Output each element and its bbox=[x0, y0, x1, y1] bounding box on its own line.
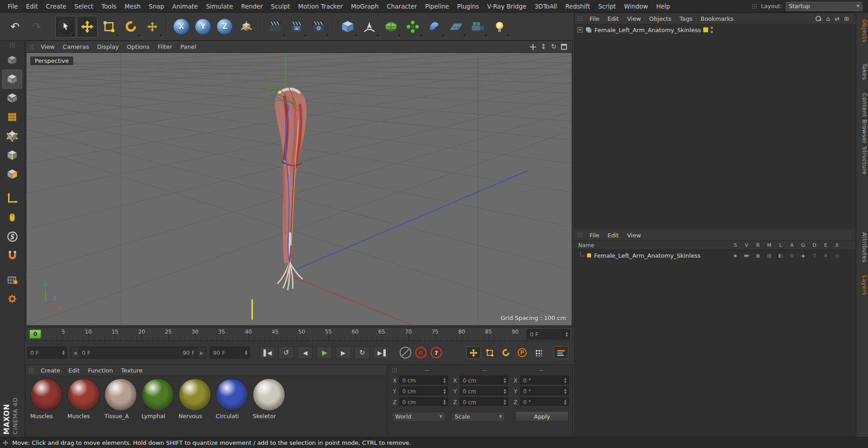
add-view-icon[interactable]: ⊞ bbox=[844, 15, 849, 22]
material-thumbnail[interactable] bbox=[31, 379, 62, 410]
edges-mode-button[interactable] bbox=[2, 146, 22, 165]
magnet-button[interactable] bbox=[2, 246, 22, 265]
autokey-button[interactable] bbox=[415, 347, 427, 358]
menu-item[interactable]: Render bbox=[237, 0, 267, 13]
object-row[interactable]: + Female_Left_Arm_Anatomy_Skinless bbox=[575, 24, 855, 35]
material-thumbnail[interactable] bbox=[142, 379, 174, 410]
deformers-toggle-icon[interactable]: ▽ bbox=[809, 253, 820, 258]
viewport-rotate-icon[interactable]: ↻ bbox=[551, 43, 557, 50]
coordinate-space-select[interactable]: World▼ bbox=[392, 412, 445, 422]
material-menu-item[interactable]: Edit bbox=[64, 365, 84, 376]
menu-item[interactable]: Create bbox=[42, 0, 71, 13]
material-thumbnail[interactable] bbox=[179, 379, 211, 410]
xref-toggle-icon[interactable]: ◇ bbox=[831, 253, 843, 258]
stepper[interactable]: ▲▼ bbox=[563, 330, 570, 339]
stepper[interactable]: ▲▼ bbox=[501, 387, 508, 396]
path-navigation-icon[interactable]: ⇄ bbox=[835, 15, 840, 22]
menu-item[interactable]: Snap bbox=[145, 0, 168, 13]
enable-snap-button[interactable] bbox=[2, 227, 22, 246]
material-item[interactable]: Circulati bbox=[215, 379, 249, 420]
points-mode-button[interactable] bbox=[2, 127, 22, 146]
menu-item[interactable]: Character bbox=[383, 0, 421, 13]
stepper[interactable]: ▲▼ bbox=[501, 376, 508, 385]
toolbar-grip[interactable] bbox=[752, 4, 757, 9]
object-manager-grip[interactable] bbox=[577, 16, 583, 21]
object-manager-menu-item[interactable]: Objects bbox=[645, 13, 675, 24]
menu-item[interactable]: Animate bbox=[168, 0, 202, 13]
menu-item[interactable]: Plugins bbox=[453, 0, 483, 13]
material-thumbnail[interactable] bbox=[105, 379, 137, 410]
tab-layers[interactable]: Layers bbox=[857, 275, 868, 295]
viewport-menu-item[interactable]: Filter bbox=[154, 41, 176, 53]
material-item[interactable]: Lymphal bbox=[141, 379, 175, 420]
next-frame-button[interactable]: ▶ bbox=[335, 346, 351, 359]
rotation-x-field[interactable]: 0 °▲▼ bbox=[520, 376, 569, 385]
scale-tool-button[interactable] bbox=[99, 16, 119, 38]
last-tool-button[interactable] bbox=[142, 16, 163, 38]
solo-toggle-icon[interactable]: ● bbox=[730, 254, 741, 258]
deformer-button[interactable] bbox=[424, 16, 445, 38]
loop-button[interactable]: ↻ bbox=[354, 346, 370, 359]
layer-name[interactable]: Female_Left_Arm_Anatomy_Skinless bbox=[594, 252, 700, 259]
viewport-grip[interactable] bbox=[28, 44, 34, 50]
make-editable-button[interactable] bbox=[2, 51, 22, 70]
timeline-ruler[interactable]: 51015202530354045505560657075808590 0 0 … bbox=[25, 327, 573, 341]
material-menu-item[interactable]: Function bbox=[84, 365, 117, 376]
keyframe-selection-button[interactable]: ? bbox=[430, 347, 442, 358]
stepper[interactable]: ▲▼ bbox=[441, 387, 448, 396]
menu-item[interactable]: V-Ray Bridge bbox=[483, 0, 530, 13]
menu-item[interactable]: Sculpt bbox=[267, 0, 294, 13]
environment-button[interactable] bbox=[446, 16, 467, 38]
lock-z-axis-button[interactable]: Z bbox=[214, 16, 235, 38]
position-x-field[interactable]: 0 cm▲▼ bbox=[399, 376, 448, 385]
current-frame-marker[interactable]: 0 bbox=[29, 330, 41, 339]
tab-takes[interactable]: Takes bbox=[857, 63, 868, 80]
material-item[interactable]: Skeletor bbox=[252, 379, 286, 420]
stepper[interactable]: ▲▼ bbox=[441, 376, 448, 385]
object-manager-menu-item[interactable]: Edit bbox=[604, 13, 623, 24]
lock-x-axis-button[interactable]: X bbox=[171, 16, 192, 38]
transform-mode-select[interactable]: Scale▼ bbox=[452, 412, 505, 422]
rotation-z-field[interactable]: 0 °▲▼ bbox=[520, 397, 569, 407]
menu-item[interactable]: Select bbox=[71, 0, 98, 13]
viewport-maximize-icon[interactable] bbox=[561, 44, 567, 50]
material-item[interactable]: Nervous bbox=[178, 379, 212, 420]
stepper[interactable]: ▲▼ bbox=[562, 398, 568, 406]
object-manager-menu-item[interactable]: View bbox=[623, 13, 645, 24]
stepper[interactable]: ▲▼ bbox=[441, 398, 448, 406]
viewport-menu-item[interactable]: View bbox=[37, 41, 59, 53]
stepper[interactable]: ▲▼ bbox=[243, 347, 249, 358]
stepper[interactable]: ▲▼ bbox=[562, 387, 568, 396]
goto-start-button[interactable]: ▌◀ bbox=[259, 346, 275, 359]
rotate-tool-button[interactable] bbox=[120, 16, 141, 38]
key-scale-button[interactable] bbox=[482, 346, 497, 359]
viewport-menu-item[interactable]: Options bbox=[123, 41, 154, 53]
visibility-dots-icon[interactable] bbox=[711, 27, 713, 33]
object-name[interactable]: Female_Left_Arm_Anatomy_Skinless bbox=[594, 27, 701, 33]
undo-button[interactable]: ↶ bbox=[5, 16, 25, 38]
object-manager-menu-item[interactable]: Tags bbox=[675, 13, 697, 24]
lock-toggle-icon[interactable]: ◧ bbox=[775, 253, 786, 258]
material-menu-item[interactable]: Create bbox=[37, 365, 64, 376]
menu-item[interactable]: Motion Tracker bbox=[294, 0, 347, 13]
key-pla-button[interactable] bbox=[531, 346, 546, 359]
tab-attributes[interactable]: Attributes bbox=[857, 232, 868, 263]
position-z-field[interactable]: 0 cm▲▼ bbox=[399, 397, 448, 407]
material-thumbnail[interactable] bbox=[216, 379, 248, 410]
menu-item[interactable]: Tools bbox=[97, 0, 120, 13]
search-icon[interactable] bbox=[815, 15, 821, 22]
layer-manager-menu-item[interactable]: Edit bbox=[604, 230, 623, 241]
tab-content-browser[interactable]: Content Browser bbox=[857, 93, 868, 144]
start-frame-field[interactable]: 0 F ▲▼ bbox=[27, 347, 67, 358]
live-selection-button[interactable] bbox=[55, 16, 76, 38]
material-item[interactable]: Muscles bbox=[29, 379, 64, 420]
play-backwards-button[interactable]: ↺ bbox=[278, 346, 294, 359]
menu-item[interactable]: Pipeline bbox=[421, 0, 453, 13]
expand-toggle-icon[interactable]: + bbox=[577, 27, 583, 33]
camera-view-label[interactable]: Perspective bbox=[30, 57, 73, 65]
tweak-mode-button[interactable] bbox=[2, 208, 22, 227]
current-frame-field[interactable]: 0 F ▲▼ bbox=[527, 329, 570, 340]
spline-pen-button[interactable] bbox=[359, 16, 380, 38]
range-right-arrow-icon[interactable]: ▶ bbox=[198, 347, 206, 358]
workplane-lock-button[interactable] bbox=[2, 270, 22, 289]
